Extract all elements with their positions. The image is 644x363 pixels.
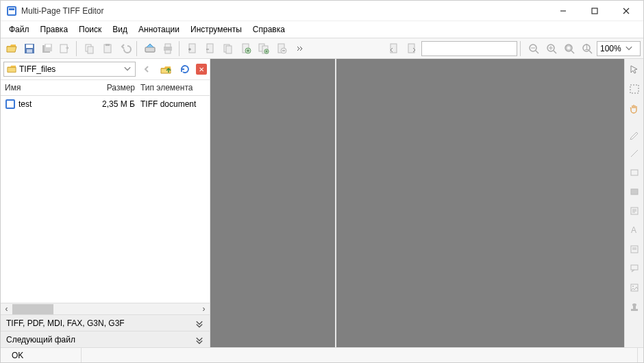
minimize-button[interactable]	[547, 1, 579, 21]
zoom-value: 100%	[600, 44, 621, 53]
nextfile-select[interactable]: Следующий файл	[1, 331, 210, 347]
svg-rect-18	[145, 47, 155, 52]
scroll-right-button[interactable]: ›	[198, 304, 210, 314]
canvas[interactable]	[336, 59, 624, 347]
zoom-select[interactable]: 100%	[597, 41, 641, 56]
menu-view[interactable]: Вид	[107, 23, 133, 36]
svg-rect-21	[165, 50, 171, 53]
hand-tool[interactable]	[626, 100, 643, 116]
next-page-button[interactable]	[404, 40, 420, 57]
filled-rect-tool[interactable]	[626, 184, 643, 200]
filter-select[interactable]: TIFF, PDF, MDI, FAX, G3N, G3F	[1, 314, 210, 331]
text-tool[interactable]: A	[626, 222, 643, 238]
svg-line-46	[589, 51, 592, 53]
maximize-button[interactable]	[579, 1, 610, 21]
svg-point-64	[632, 286, 634, 287]
zoom-actual-button[interactable]: 1	[579, 40, 595, 57]
rect-tool[interactable]	[626, 164, 643, 181]
svg-rect-25	[226, 46, 232, 53]
svg-rect-4	[592, 8, 597, 14]
filter-label: TIFF, PDF, MDI, FAX, G3N, G3F	[6, 318, 125, 328]
chevron-down-icon	[195, 335, 204, 345]
open-button[interactable]	[3, 40, 20, 57]
chevron-down-icon	[624, 44, 634, 53]
col-size[interactable]: Размер	[98, 83, 140, 92]
menu-file[interactable]: Файл	[3, 23, 35, 36]
print-button[interactable]	[160, 40, 176, 57]
nav-refresh-button[interactable]	[177, 61, 193, 77]
svg-rect-9	[27, 49, 32, 53]
svg-point-67	[632, 303, 636, 306]
col-type[interactable]: Тип элемента	[140, 83, 206, 92]
undo-button[interactable]	[117, 40, 134, 57]
pencil-tool[interactable]	[626, 126, 643, 142]
copy-button[interactable]	[82, 40, 98, 57]
highlight-tool[interactable]	[626, 241, 643, 258]
svg-rect-23	[207, 44, 213, 53]
page-append-button[interactable]	[256, 40, 272, 57]
svg-rect-53	[631, 189, 638, 195]
scroll-left-button[interactable]: ‹	[1, 304, 12, 314]
zoom-out-button[interactable]	[525, 40, 542, 57]
save-button[interactable]	[21, 40, 38, 57]
export-button[interactable]	[57, 40, 73, 57]
tiff-file-icon	[5, 99, 16, 110]
panel-close-button[interactable]: ✕	[196, 64, 207, 75]
thumbnail-panel	[210, 59, 336, 347]
zoom-fit-button[interactable]	[561, 40, 578, 57]
zoom-in-button[interactable]	[543, 40, 560, 57]
prev-page-button[interactable]	[386, 40, 402, 57]
menu-help[interactable]: Справка	[247, 23, 290, 36]
nav-up-button[interactable]	[158, 61, 174, 77]
page-add-button[interactable]	[184, 40, 201, 57]
svg-rect-12	[46, 45, 51, 47]
toolbar-overflow-button[interactable]	[291, 40, 308, 57]
svg-rect-8	[26, 45, 33, 48]
svg-rect-20	[165, 44, 171, 47]
svg-line-36	[536, 51, 538, 53]
app-icon	[6, 5, 17, 16]
page-insert-button[interactable]	[238, 40, 254, 57]
close-button[interactable]	[610, 1, 642, 21]
image-annot-tool[interactable]	[626, 279, 643, 296]
stamp-tool[interactable]	[626, 299, 643, 315]
col-name[interactable]: Имя	[5, 83, 98, 92]
svg-rect-13	[60, 45, 67, 53]
save-all-button[interactable]	[39, 40, 55, 57]
status-empty	[82, 348, 638, 362]
h-scrollbar[interactable]: ‹ ›	[1, 303, 210, 314]
file-panel: TIFF_files ✕ Имя Размер Тип элемента tes…	[1, 59, 210, 347]
menu-edit[interactable]: Правка	[35, 23, 74, 36]
svg-line-51	[631, 150, 638, 157]
page-duplicate-button[interactable]	[220, 40, 236, 57]
folder-icon	[7, 64, 16, 74]
file-row[interactable]: test 2,35 М Б TIFF document	[1, 96, 210, 112]
file-list-header: Имя Размер Тип элемента	[1, 80, 210, 96]
note-tool[interactable]	[626, 203, 643, 219]
pointer-tool[interactable]	[626, 62, 643, 78]
scroll-thumb[interactable]	[12, 304, 53, 314]
menu-search[interactable]: Поиск	[73, 23, 107, 36]
page-delete-button[interactable]	[202, 40, 219, 57]
callout-tool[interactable]	[626, 260, 643, 277]
svg-rect-17	[106, 44, 110, 46]
page-replace-button[interactable]	[273, 40, 290, 57]
nav-back-button[interactable]	[138, 61, 155, 77]
marquee-tool[interactable]	[626, 81, 643, 97]
line-tool[interactable]	[626, 145, 643, 162]
menu-tools[interactable]: Инструменты	[185, 23, 247, 36]
page-input[interactable]	[421, 41, 517, 56]
path-label: TIFF_files	[19, 64, 55, 74]
menu-annotations[interactable]: Аннотации	[133, 23, 185, 36]
scan-button[interactable]	[142, 40, 158, 57]
paste-button[interactable]	[99, 40, 116, 57]
file-size: 2,35 М Б	[98, 99, 140, 109]
file-type: TIFF document	[140, 99, 206, 109]
svg-text:1: 1	[584, 42, 589, 52]
svg-rect-65	[631, 309, 638, 311]
svg-line-39	[554, 51, 556, 53]
path-select[interactable]: TIFF_files	[3, 62, 136, 77]
file-list: Имя Размер Тип элемента test 2,35 М Б TI…	[1, 80, 210, 314]
svg-rect-15	[88, 47, 93, 53]
svg-text:A: A	[631, 225, 636, 235]
